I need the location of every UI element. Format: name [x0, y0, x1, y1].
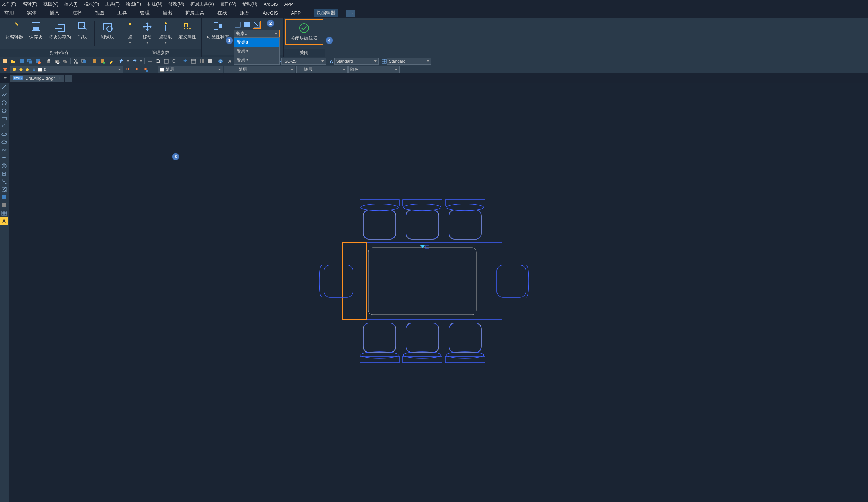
layer-manager-btn[interactable]	[1, 66, 9, 73]
menu-edit[interactable]: 编辑(E)	[23, 1, 37, 7]
qat-print[interactable]	[45, 58, 52, 65]
ribbon-collapse-icon[interactable]: ▭	[346, 10, 355, 17]
btn-vis-hide[interactable]	[253, 21, 261, 29]
btn-vis-current[interactable]	[234, 21, 242, 29]
tool-table[interactable]	[0, 209, 8, 217]
tool-hatch[interactable]	[0, 186, 8, 193]
qat-match[interactable]	[107, 58, 115, 65]
menu-view[interactable]: 视图(V)	[43, 1, 58, 7]
btn-save-block[interactable]: 保存块	[28, 21, 44, 41]
qat-saveall[interactable]	[26, 58, 33, 65]
tool-text[interactable]: A	[0, 217, 8, 225]
layer-walk-btn[interactable]	[142, 66, 149, 73]
menu-help[interactable]: 帮助(H)	[242, 1, 258, 7]
linetype-combo[interactable]: ——— 随层	[224, 66, 296, 73]
qat-print-preview[interactable]	[53, 58, 61, 65]
tab-service[interactable]: 服务	[237, 9, 252, 18]
tab-view[interactable]: 视图	[92, 9, 107, 18]
layer-combo[interactable]: 0	[10, 66, 123, 73]
doc-menu-btn[interactable]	[1, 75, 9, 82]
tool-rectangle[interactable]	[0, 115, 8, 122]
menu-window[interactable]: 窗口(W)	[220, 1, 236, 7]
menu-draw[interactable]: 绘图(D)	[126, 1, 141, 7]
qat-tool-palette[interactable]	[206, 58, 214, 65]
tab-extend[interactable]: 扩展工具	[183, 9, 207, 18]
tool-spline[interactable]	[0, 146, 8, 154]
qat-cut[interactable]	[72, 58, 80, 65]
menu-insert[interactable]: 插入(I)	[64, 1, 78, 7]
color-combo[interactable]: 随层	[158, 66, 223, 73]
lineweight-combo[interactable]: — 随层	[296, 66, 348, 73]
qat-saveas[interactable]	[34, 58, 42, 65]
text-style-select[interactable]: Standard	[334, 58, 379, 65]
chevron-down-icon[interactable]	[140, 60, 143, 62]
menu-extend[interactable]: 扩展工具(X)	[190, 1, 214, 7]
qat-pan[interactable]	[146, 58, 154, 65]
tool-polygon[interactable]	[0, 107, 8, 114]
tool-donut[interactable]	[0, 162, 8, 170]
tab-insert[interactable]: 插入	[47, 9, 62, 18]
qat-properties[interactable]	[190, 58, 197, 65]
tab-entity[interactable]: 实体	[24, 9, 39, 18]
btn-vis-show[interactable]	[243, 21, 251, 29]
qat-zoom[interactable]	[154, 58, 162, 65]
qat-copy[interactable]	[80, 58, 87, 65]
doc-add-tab[interactable]	[65, 75, 72, 82]
dropdown-option-c[interactable]: 餐桌c	[234, 56, 279, 64]
tool-ellipse[interactable]	[0, 131, 8, 138]
qat-new[interactable]	[1, 58, 9, 65]
tab-appplus[interactable]: APP+	[288, 9, 306, 17]
menu-arcgis[interactable]: ArcGIS	[264, 2, 278, 7]
qat-open[interactable]	[10, 58, 17, 65]
tool-ellipse-arc[interactable]	[0, 154, 8, 162]
tab-online[interactable]: 在线	[215, 9, 230, 18]
btn-move[interactable]: 移动	[140, 21, 154, 44]
btn-define-attr[interactable]: 定义属性	[177, 21, 198, 41]
doc-tab-close[interactable]: ×	[58, 76, 61, 81]
btn-point-move[interactable]: 点移动	[157, 21, 174, 44]
qat-help[interactable]: ?	[217, 58, 224, 65]
menu-annotate[interactable]: 标注(N)	[147, 1, 162, 7]
tab-output[interactable]: 输出	[160, 9, 175, 18]
plotstyle-combo[interactable]: 随色	[348, 66, 400, 73]
drawing-canvas[interactable]: 3	[9, 83, 868, 502]
btn-point[interactable]: 点	[123, 21, 137, 44]
tab-manage[interactable]: 管理	[137, 9, 152, 18]
tool-block[interactable]	[0, 170, 8, 178]
qat-zoom-prev[interactable]	[171, 58, 178, 65]
qat-zoom-window[interactable]	[163, 58, 170, 65]
tab-tools[interactable]: 工具	[115, 9, 130, 18]
layer-prev-btn[interactable]	[133, 66, 141, 73]
qat-layers[interactable]	[182, 58, 189, 65]
tab-annotate[interactable]: 注释	[70, 9, 85, 18]
tool-circle[interactable]	[0, 99, 8, 107]
qat-undo[interactable]	[118, 58, 125, 65]
btn-close-block-editor[interactable]: 关闭块编辑器	[285, 19, 323, 45]
dim-style-select[interactable]: ISO-25	[281, 58, 326, 65]
tool-point-tool[interactable]	[0, 178, 8, 185]
tool-gradient[interactable]	[0, 194, 8, 201]
qat-print-batch[interactable]	[61, 58, 69, 65]
qat-design-center[interactable]	[198, 58, 205, 65]
tool-arc[interactable]	[0, 123, 8, 130]
tool-line[interactable]	[0, 83, 8, 91]
menu-file[interactable]: 文件(F)	[2, 1, 17, 7]
tab-block-editor[interactable]: 块编辑器	[314, 9, 338, 18]
menu-format[interactable]: 格式(O)	[84, 1, 99, 7]
tab-home[interactable]: 常用	[2, 9, 17, 18]
tool-revcloud[interactable]	[0, 139, 8, 146]
tab-arcgis[interactable]: ArcGIS	[260, 9, 281, 17]
menu-tools[interactable]: 工具(T)	[105, 1, 120, 7]
btn-write-block[interactable]: 写块	[75, 21, 90, 41]
visibility-select[interactable]: 餐桌a	[234, 30, 280, 37]
menu-modify[interactable]: 修改(M)	[168, 1, 184, 7]
tool-region[interactable]	[0, 201, 8, 209]
table-style-select[interactable]: Standard	[387, 58, 432, 65]
dropdown-option-a[interactable]: 餐桌a	[234, 38, 279, 47]
dropdown-option-b[interactable]: 餐桌b	[234, 47, 279, 56]
layer-iso-btn[interactable]	[124, 66, 132, 73]
qat-save[interactable]	[18, 58, 25, 65]
qat-paste-special[interactable]	[99, 58, 106, 65]
doc-tab-drawing1[interactable]: DWG Drawing1.dwg* ×	[10, 75, 64, 82]
btn-test-block[interactable]: 测试块	[99, 21, 116, 41]
